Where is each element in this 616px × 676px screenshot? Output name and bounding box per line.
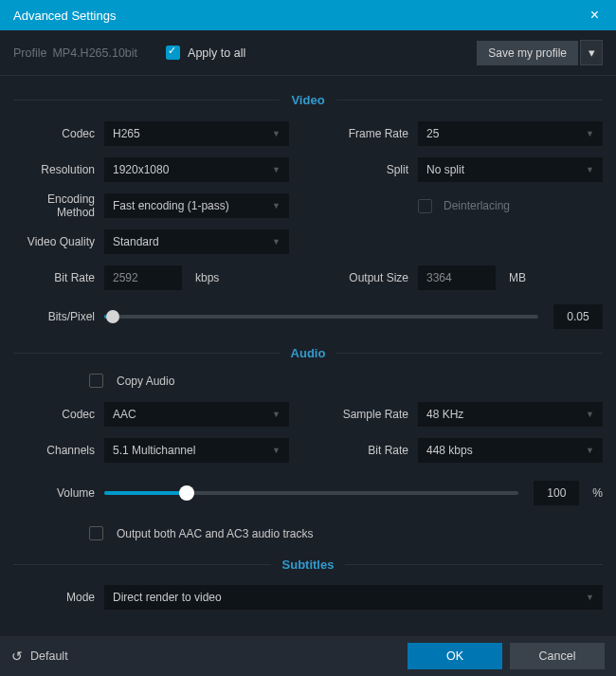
channels-value: 5.1 Multichannel [113,444,195,457]
channels-select[interactable]: 5.1 Multichannel▼ [104,438,289,463]
chevron-down-icon: ▼ [272,165,281,174]
outputsize-label: Output Size [327,271,418,284]
bitspixel-slider[interactable] [104,315,538,319]
audio-codec-label: Codec [13,408,104,421]
apply-to-all-label: Apply to all [188,46,245,60]
volume-slider[interactable] [104,491,518,495]
default-label: Default [30,649,68,663]
content-area: Video Codec H265▼ Resolution 1920x1080▼ … [0,76,616,636]
audio-codec-select[interactable]: AAC▼ [104,402,289,427]
resolution-value: 1920x1080 [113,163,169,176]
resolution-select[interactable]: 1920x1080▼ [104,157,289,182]
volume-value[interactable]: 100 [534,481,579,505]
samplerate-value: 48 KHz [426,408,463,421]
slider-thumb[interactable] [179,485,194,501]
subtitles-section-title: Subtitles [271,557,346,572]
video-quality-select[interactable]: Standard▼ [104,229,289,254]
channels-label: Channels [13,444,104,457]
split-value: No split [426,163,464,176]
subtitle-mode-label: Mode [13,591,104,604]
subtitles-section-header: Subtitles [13,557,603,572]
profile-row: Profile MP4.H265.10bit Apply to all Save… [0,30,616,76]
audio-bitrate-value: 448 kbps [426,444,473,457]
video-quality-value: Standard [113,235,159,248]
audio-section-title: Audio [280,346,337,360]
subtitle-mode-select[interactable]: Direct render to video▼ [104,585,603,610]
chevron-down-icon: ▼ [586,410,594,419]
codec-label: Codec [13,127,104,140]
chevron-down-icon: ▼ [272,446,281,455]
samplerate-select[interactable]: 48 KHz▼ [418,402,603,427]
outputsize-input[interactable] [418,265,496,290]
split-label: Split [327,163,418,176]
outputsize-unit: MB [509,271,526,284]
audio-codec-value: AAC [113,408,136,421]
codec-value: H265 [113,127,140,140]
save-profile-dropdown-icon[interactable]: ▾ [580,40,603,65]
bitspixel-label: Bits/Pixel [13,310,104,323]
bitspixel-value[interactable]: 0.05 [553,304,603,329]
apply-to-all-group: Apply to all [166,46,245,60]
audio-section-header: Audio [13,346,603,360]
chevron-down-icon: ▼ [586,129,594,138]
reset-icon: ↺ [11,649,23,664]
copy-audio-checkbox[interactable] [89,374,103,388]
audio-bitrate-select[interactable]: 448 kbps▼ [418,438,603,463]
bitrate-input[interactable] [104,265,182,290]
volume-unit: % [592,486,603,500]
samplerate-label: Sample Rate [327,408,418,421]
titlebar: Advanced Settings × [0,0,616,30]
chevron-down-icon: ▼ [272,237,281,247]
encoding-method-label: Encoding Method [13,192,104,219]
framerate-select[interactable]: 25▼ [418,121,603,146]
audio-bitrate-label: Bit Rate [327,444,418,457]
cancel-button[interactable]: Cancel [510,643,605,669]
split-select[interactable]: No split▼ [418,157,603,182]
deinterlacing-label: Deinterlacing [444,199,510,212]
chevron-down-icon: ▼ [272,129,281,138]
subtitle-mode-value: Direct render to video [113,591,222,604]
chevron-down-icon: ▼ [586,593,594,602]
encoding-method-select[interactable]: Fast encoding (1-pass)▼ [104,193,289,218]
bitspixel-row: Bits/Pixel 0.05 [13,304,603,329]
volume-label: Volume [13,486,104,500]
encoding-method-value: Fast encoding (1-pass) [113,199,229,212]
slider-thumb[interactable] [106,310,119,323]
resolution-label: Resolution [13,163,104,176]
chevron-down-icon: ▼ [586,165,594,174]
volume-row: Volume 100 % [13,481,603,505]
save-profile-button[interactable]: Save my profile [477,41,578,65]
chevron-down-icon: ▼ [272,410,281,419]
footer: ↺ Default OK Cancel [0,636,616,676]
ok-button[interactable]: OK [408,643,502,669]
copy-audio-label: Copy Audio [117,375,174,388]
output-both-label: Output both AAC and AC3 audio tracks [117,527,313,540]
apply-to-all-checkbox[interactable] [166,46,180,60]
profile-value: MP4.H265.10bit [52,46,137,60]
video-quality-label: Video Quality [13,235,104,248]
video-section-header: Video [13,93,603,107]
window-title: Advanced Settings [13,9,116,23]
bitrate-unit: kbps [195,271,219,284]
close-icon[interactable]: × [587,7,603,24]
codec-select[interactable]: H265▼ [104,121,289,146]
default-button[interactable]: ↺ Default [11,649,68,664]
chevron-down-icon: ▼ [272,201,281,210]
bitrate-label: Bit Rate [13,271,104,284]
framerate-label: Frame Rate [327,127,418,140]
video-section-title: Video [280,93,335,107]
deinterlacing-checkbox[interactable] [418,199,432,213]
profile-label: Profile [13,46,46,60]
chevron-down-icon: ▼ [586,446,594,455]
settings-window: Advanced Settings × Profile MP4.H265.10b… [0,0,616,676]
output-both-checkbox[interactable] [89,526,103,540]
framerate-value: 25 [426,127,439,140]
